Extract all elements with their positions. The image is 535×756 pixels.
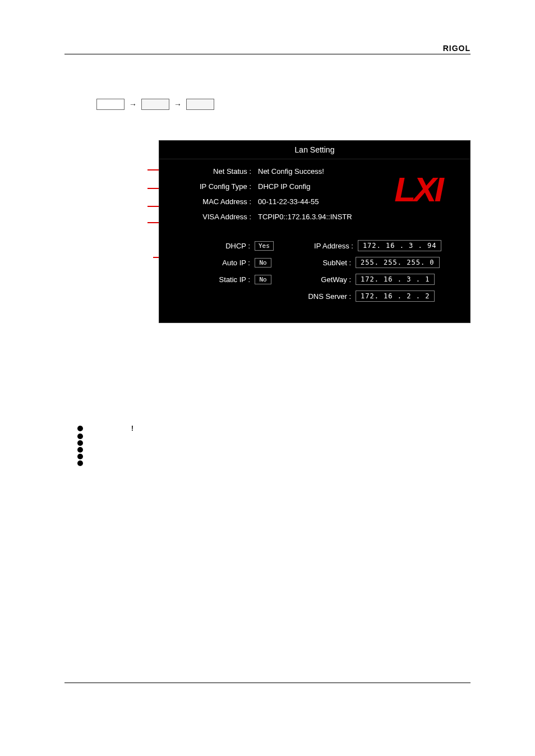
bullet-text: ! xyxy=(131,425,133,432)
bullet-item xyxy=(77,434,133,439)
dns-label: DNS Server : xyxy=(276,292,356,301)
lan-label: VISA Address : xyxy=(159,213,255,221)
bullet-item xyxy=(77,460,133,466)
lan-value: DHCP IP Config xyxy=(255,182,310,191)
bullet-item xyxy=(77,440,133,446)
breadcrumb: → → xyxy=(96,99,214,110)
bullet-dot-icon xyxy=(77,440,83,446)
footer-divider xyxy=(64,683,471,683)
bullet-dot-icon xyxy=(77,426,83,431)
arrow-icon: → xyxy=(174,100,182,109)
lan-label: MAC Address : xyxy=(159,197,255,206)
ip-options: DHCP : Yes IP Address : 172. 16 . 3 . 94… xyxy=(159,237,470,305)
gateway-label: GetWay : xyxy=(271,275,356,284)
bullet-dot-icon xyxy=(77,454,83,459)
ip-row-autoip: Auto IP : No SubNet : 255. 255. 255. 0 xyxy=(159,254,470,271)
breadcrumb-item-3[interactable] xyxy=(186,99,214,110)
gateway-value[interactable]: 172. 16 . 3 . 1 xyxy=(356,274,435,285)
ip-option-label: Static IP : xyxy=(159,275,255,284)
dhcp-value[interactable]: Yes xyxy=(255,241,274,251)
breadcrumb-item-1[interactable] xyxy=(96,99,124,110)
bullet-list: ! xyxy=(77,425,133,467)
lan-label: IP Config Type : xyxy=(159,182,255,191)
staticip-value[interactable]: No xyxy=(255,275,271,284)
header-brand: RIGOL xyxy=(443,44,471,53)
lan-label: Net Status : xyxy=(159,167,255,176)
ip-row-dns: DNS Server : 172. 16 . 2 . 2 xyxy=(159,288,470,305)
lan-screenshot: Lan Setting LXI Net Status : Net Config … xyxy=(159,140,471,323)
lan-value: Net Config Success! xyxy=(255,167,324,176)
lan-value: TCPIP0::172.16.3.94::INSTR xyxy=(255,213,352,221)
ip-option-label: DHCP : xyxy=(159,242,255,250)
subnet-label: SubNet : xyxy=(271,259,356,267)
bullet-dot-icon xyxy=(77,434,83,439)
dns-value[interactable]: 172. 16 . 2 . 2 xyxy=(356,291,435,302)
bullet-item xyxy=(77,447,133,453)
bullet-dot-icon xyxy=(77,447,83,453)
bullet-item: ! xyxy=(77,425,133,432)
ip-option-label: Auto IP : xyxy=(159,259,255,267)
ip-row-staticip: Static IP : No GetWay : 172. 16 . 3 . 1 xyxy=(159,271,470,288)
ip-address-label: IP Address : xyxy=(274,242,358,250)
ip-address-value[interactable]: 172. 16 . 3 . 94 xyxy=(358,240,442,251)
bullet-dot-icon xyxy=(77,460,83,466)
autoip-value[interactable]: No xyxy=(255,258,271,268)
lan-panel-title: Lan Setting xyxy=(159,141,470,159)
breadcrumb-item-2[interactable] xyxy=(141,99,169,110)
subnet-value[interactable]: 255. 255. 255. 0 xyxy=(356,257,440,268)
lan-value: 00-11-22-33-44-55 xyxy=(255,197,319,206)
header-divider xyxy=(64,54,471,54)
arrow-icon: → xyxy=(129,100,137,109)
ip-row-dhcp: DHCP : Yes IP Address : 172. 16 . 3 . 94 xyxy=(159,237,470,254)
lxi-logo: LXI xyxy=(377,161,459,217)
lan-panel: Lan Setting LXI Net Status : Net Config … xyxy=(159,140,471,323)
lxi-logo-text: LXI xyxy=(394,169,441,209)
bullet-item xyxy=(77,454,133,459)
